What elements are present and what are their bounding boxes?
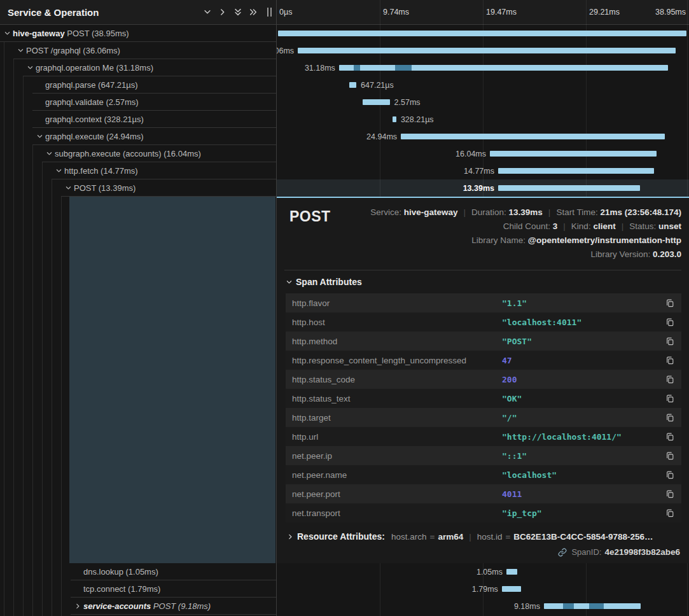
span-tree-row[interactable]: graphql.validate (2.57ms) — [0, 94, 276, 111]
span-tree-row[interactable]: graphql.parse (647.21µs) — [0, 76, 276, 94]
attribute-row: http.host"localhost:4011" — [286, 312, 681, 332]
span-duration-label: 36.06ms — [277, 46, 294, 55]
child-span-segment — [563, 603, 574, 609]
attribute-key: http.status_text — [292, 394, 502, 403]
attribute-value: 47 — [502, 356, 665, 365]
timeline-row[interactable]: 1.05ms — [277, 563, 689, 580]
span-tree-row[interactable]: graphql.execute (24.94ms) — [0, 128, 276, 145]
span-name: dns.lookup (1.05ms) — [83, 567, 158, 577]
timeline-row[interactable]: 1.79ms — [277, 580, 689, 598]
span-duration-label: 16.04ms — [456, 150, 486, 158]
timeline-row[interactable]: 14.77ms — [277, 162, 689, 179]
resource-attributes-row[interactable]: Resource Attributes: host.archarm64 host… — [284, 531, 681, 542]
copy-icon[interactable] — [665, 432, 675, 441]
attribute-row: http.url"http://localhost:4011/" — [286, 427, 681, 446]
span-tree-row[interactable]: POST /graphql (36.06ms) — [0, 42, 276, 59]
timeline-row[interactable]: 647.21µs — [277, 76, 689, 94]
span-operation: POST (9.18ms) — [151, 601, 211, 611]
child-count-label: Child Count: — [503, 221, 550, 231]
chevron-down-icon[interactable] — [54, 166, 63, 175]
span-bar[interactable] — [506, 569, 517, 575]
ruler-tick-label: 38.95ms — [655, 0, 686, 25]
span-tree-row[interactable]: subgraph.execute (accounts) (16.04ms) — [0, 145, 276, 162]
span-tree-row[interactable]: graphql.operation Me (31.18ms) — [0, 59, 276, 76]
timeline-row[interactable]: 36.06ms — [277, 42, 689, 59]
span-bar[interactable] — [393, 116, 396, 122]
span-tree-row-selected[interactable]: POST (13.39ms) — [0, 179, 276, 197]
timeline-row[interactable]: 2.57ms — [277, 94, 689, 111]
copy-icon[interactable] — [665, 318, 675, 326]
chevron-down-icon[interactable] — [3, 29, 11, 38]
indent-guide — [32, 145, 33, 616]
span-detail-indent-spacer — [69, 197, 275, 563]
span-bar[interactable] — [363, 99, 390, 105]
copy-icon[interactable] — [665, 356, 675, 365]
chevron-down-icon[interactable] — [45, 149, 53, 158]
span-bar[interactable] — [490, 151, 657, 157]
span-duration-label: 1.05ms — [477, 568, 503, 577]
copy-icon[interactable] — [665, 470, 675, 479]
attribute-value: "::1" — [502, 451, 665, 461]
copy-icon[interactable] — [665, 508, 675, 517]
span-bar[interactable] — [502, 586, 521, 592]
copy-icon[interactable] — [665, 394, 675, 403]
timeline-row[interactable]: 16.04ms — [277, 145, 689, 162]
chevron-down-icon[interactable] — [35, 132, 44, 141]
panel-resize-handle[interactable] — [266, 8, 272, 17]
chevron-down-icon[interactable] — [25, 63, 34, 72]
meta-line: Child Count: 3Kind: clientStatus: unset — [331, 220, 681, 234]
chevron-right-icon[interactable] — [73, 601, 82, 610]
equals-sign — [429, 532, 435, 542]
timeline-row[interactable] — [277, 25, 689, 42]
start-time-value: 21ms (23:56:48.174) — [600, 207, 681, 217]
chevron-down-icon[interactable] — [16, 46, 25, 55]
timeline-row[interactable]: 24.94ms — [277, 128, 689, 145]
copy-icon[interactable] — [665, 489, 675, 498]
span-bar[interactable] — [349, 82, 356, 88]
attribute-key: net.peer.port — [292, 489, 502, 499]
double-chevron-down-icon[interactable] — [230, 4, 246, 20]
double-chevron-down-icon-rotated[interactable] — [246, 4, 261, 20]
span-operation: dns.lookup (1.05ms) — [83, 567, 158, 577]
span-bar[interactable] — [498, 168, 654, 174]
link-icon[interactable] — [558, 547, 567, 557]
copy-icon[interactable] — [665, 413, 675, 422]
span-tree-row[interactable]: tcp.connect (1.79ms) — [0, 580, 276, 598]
chevron-down-icon[interactable] — [200, 4, 215, 20]
chevron-down-icon[interactable] — [64, 183, 73, 192]
span-operation: graphql.operation Me (31.18ms) — [36, 63, 153, 73]
span-duration-label: 9.18ms — [514, 602, 540, 611]
span-duration-label: 647.21µs — [361, 81, 394, 90]
timeline-row[interactable]: 9.18ms — [277, 598, 689, 615]
copy-icon[interactable] — [665, 298, 675, 307]
span-duration-label: 24.94ms — [366, 132, 397, 141]
copy-icon[interactable] — [665, 337, 675, 346]
timeline-row[interactable]: 31.18ms — [277, 59, 689, 76]
kind-label: Kind: — [571, 221, 591, 231]
span-bar[interactable] — [339, 65, 668, 71]
span-tree-row[interactable]: hive-gateway POST (38.95ms) — [0, 25, 276, 42]
span-bar[interactable] — [498, 185, 640, 191]
span-tree-row[interactable]: graphql.context (328.21µs) — [0, 111, 276, 128]
library-version-label: Library Version: — [590, 249, 650, 259]
chevron-right-icon[interactable] — [215, 4, 230, 20]
child-span-segment — [354, 65, 360, 71]
span-bar[interactable] — [401, 134, 665, 139]
attribute-row: net.peer.port4011 — [286, 484, 681, 503]
timeline-row-selected[interactable]: 13.39ms — [277, 179, 689, 197]
span-tree-row[interactable]: http.fetch (14.77ms) — [0, 162, 276, 179]
service-label: Service: — [370, 207, 401, 217]
span-bar[interactable] — [544, 603, 641, 609]
span-name: service-accounts POST (9.18ms) — [83, 601, 211, 611]
copy-icon[interactable] — [665, 451, 675, 460]
timeline-row[interactable]: 328.21µs — [277, 111, 689, 128]
library-name-value: @opentelemetry/instrumentation-http — [528, 235, 681, 245]
span-tree-row[interactable]: dns.lookup (1.05ms) — [0, 563, 276, 580]
span-tree-row[interactable]: service-accounts POST (9.18ms) — [0, 598, 276, 615]
copy-icon[interactable] — [665, 375, 675, 384]
attribute-key: http.response_content_length_uncompresse… — [292, 356, 502, 365]
attribute-value: "http://localhost:4011/" — [502, 432, 665, 442]
span-attributes-header[interactable]: Span Attributes — [284, 270, 681, 293]
span-bar[interactable] — [298, 48, 676, 53]
span-bar[interactable] — [278, 31, 686, 36]
